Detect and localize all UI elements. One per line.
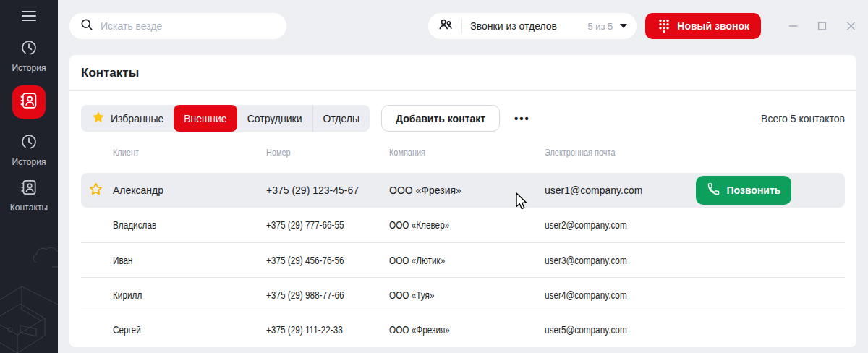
sidebar-item-contacts-active[interactable] [12,85,46,119]
table-row[interactable]: Владислав +375 (29) 777-66-55 ООО «Клеве… [81,208,845,242]
column-header-email: Электронная почта [545,147,615,158]
contact-phone: +375 (29) 988-77-66 [266,289,344,301]
contact-name: Кирилл [113,289,142,301]
minimize-icon[interactable] [788,21,799,32]
sidebar: История История [0,0,58,353]
table-row[interactable]: Сергей +375 (29) 111-22-33 ООО «Фрезия» … [81,312,845,346]
sidebar-item-contacts[interactable]: Контакты [10,178,48,213]
tab-employees[interactable]: Сотрудники [237,105,312,132]
table-row[interactable]: Кирилл +375 (29) 988-77-66 ООО «Туя» use… [81,277,845,312]
sidebar-item-label: История [12,157,46,167]
contact-book-icon [20,178,38,200]
contact-phone: +375 (29) 123-45-67 [266,184,389,196]
contacts-panel: Контакты Избранные Внешние Сотрудники От… [69,55,856,347]
call-button[interactable]: Позвонить [696,176,791,205]
tab-label: Избранные [111,113,163,124]
contact-company: ООО «Фрезия» [389,184,545,196]
contact-name: Иван [113,255,133,266]
page-title: Контакты [81,66,139,80]
new-call-label: Новый звонок [677,20,749,32]
add-contact-button[interactable]: Добавить контакт [381,105,500,132]
tab-favorites[interactable]: Избранные [81,105,174,132]
search-input[interactable] [101,20,276,32]
contact-phone: +375 (29) 111-22-33 [266,324,343,336]
sidebar-item-label: История [12,63,46,73]
search-field[interactable] [69,13,286,39]
filter-tabs: Избранные Внешние Сотрудники Отделы [81,105,370,132]
more-options-button[interactable]: ••• [514,112,530,124]
contact-company: ООО «Туя» [389,289,434,301]
topbar: Звонки из отделов 5 из 5 Новый звонок [58,0,868,52]
contact-email: user3@company.com [545,255,627,266]
table-header: Клиент Номер Компания Электронная почта [81,132,845,173]
contact-name: Владислав [113,219,156,231]
contact-company: ООО «Фрезия» [389,324,450,336]
tab-departments[interactable]: Отделы [312,105,370,132]
window-controls [788,21,856,32]
decorative-network-art [0,216,58,353]
column-header-client: Клиент [113,147,139,158]
main-area: Звонки из отделов 5 из 5 Новый звонок [58,0,868,353]
column-header-company: Компания [389,147,425,158]
table-row[interactable]: Иван +375 (29) 456-76-56 ООО «Лютик» use… [81,242,845,277]
contact-name: Сергей [113,324,141,336]
phone-icon [707,182,720,198]
new-call-button[interactable]: Новый звонок [645,13,761,39]
contact-email: user2@company.com [545,219,627,231]
contacts-table: Клиент Номер Компания Электронная почта … [69,132,856,346]
chevron-down-icon [620,24,627,28]
close-icon[interactable] [846,21,856,32]
contact-name: Александр [113,184,266,196]
divider [461,19,462,33]
users-group-icon [438,17,454,35]
menu-icon[interactable] [22,11,36,21]
sidebar-item-label: Контакты [10,203,48,213]
history-clock-icon [20,38,38,60]
column-header-number: Номер [266,147,291,158]
dialpad-icon [657,17,671,35]
search-icon [80,17,94,35]
contact-company: ООО «Лютик» [389,255,445,266]
line-selector-dropdown[interactable]: Звонки из отделов 5 из 5 [428,13,637,39]
table-row[interactable]: Александр +375 (29) 123-45-67 ООО «Фрези… [81,173,845,208]
total-contacts-label: Всего 5 контактов [761,113,845,124]
line-selector-label: Звонки из отделов [470,20,557,32]
contact-phone: +375 (29) 456-76-56 [266,255,344,266]
call-button-label: Позвонить [727,184,781,196]
contact-card-icon [19,90,39,114]
contact-email: user4@company.com [545,289,627,301]
star-icon [91,110,106,127]
tab-label: Внешние [184,113,226,124]
contacts-toolbar: Избранные Внешние Сотрудники Отделы Доба… [81,105,845,132]
contact-email: user5@company.com [545,324,627,336]
contact-email: user1@company.com [545,184,696,196]
tab-external[interactable]: Внешние [174,105,237,132]
history-clock-icon [20,132,38,154]
sidebar-item-history-2[interactable]: История [12,132,46,167]
maximize-icon[interactable] [817,21,827,32]
contact-phone: +375 (29) 777-66-55 [266,219,344,231]
favorite-star-icon[interactable] [88,182,103,199]
panel-header: Контакты [69,55,856,91]
tab-label: Отделы [323,113,360,124]
line-selector-count: 5 из 5 [587,21,613,32]
tab-label: Сотрудники [247,113,302,124]
sidebar-item-history-1[interactable]: История [12,38,46,73]
contact-company: ООО «Клевер» [389,219,449,231]
